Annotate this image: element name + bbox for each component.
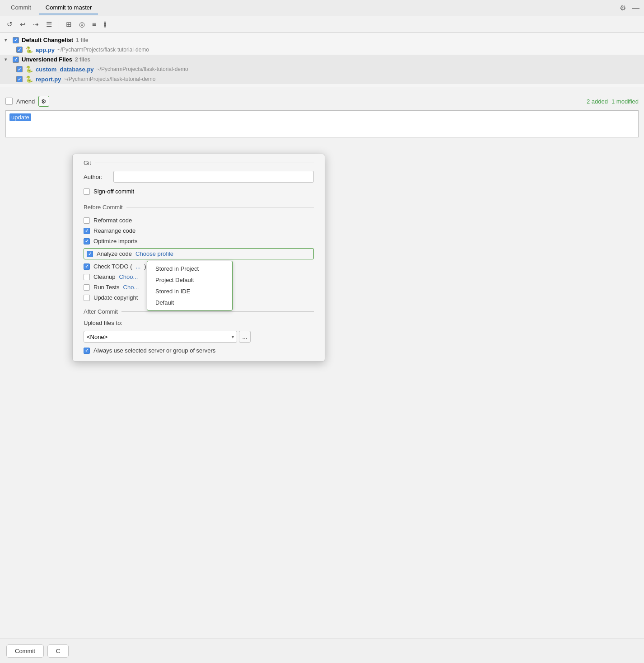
update-copyright-label: Update copyright [93, 294, 138, 301]
commit-message-text: update [9, 113, 31, 121]
cleanup-link[interactable]: Choo... [119, 273, 138, 280]
cancel-button[interactable]: C [47, 644, 69, 658]
analyze-code-row: Analyze code Choose profile [84, 248, 314, 259]
file-row-report[interactable]: 🐍 report.py ~/PycharmProjects/flask-tuto… [0, 74, 644, 84]
choose-profile-link[interactable]: Choose profile [135, 250, 173, 257]
reformat-label: Reformat code [93, 217, 132, 224]
dropdown-project-default[interactable]: Project Default [147, 274, 232, 286]
reformat-checkbox[interactable] [84, 217, 90, 224]
view-button[interactable]: ◎ [77, 19, 87, 30]
check-todo-label: Check TODO ( [93, 263, 132, 270]
minimize-icon[interactable]: — [632, 4, 639, 12]
report-path: ~/PycharmProjects/flask-tutorial-demo [64, 76, 155, 82]
grid-button[interactable]: ⊞ [64, 19, 74, 30]
analyze-checkbox[interactable] [87, 251, 93, 257]
filter-button[interactable]: ≡ [90, 19, 98, 30]
dropdown-stored-in-ide[interactable]: Stored in IDE [147, 286, 232, 297]
report-checkbox[interactable] [16, 76, 23, 82]
sign-off-row: Sign-off commit [84, 188, 314, 195]
reformat-code-row: Reformat code [84, 215, 314, 226]
author-label: Author: [84, 174, 109, 180]
commit-gear-icon: ⚙ [41, 98, 47, 105]
python-file-icon: 🐍 [25, 46, 33, 53]
author-row: Author: [84, 171, 314, 183]
ellipsis-button[interactable]: ... [239, 331, 251, 343]
report-name: report.py [36, 76, 61, 83]
title-bar: Commit Commit to master ⚙ — [0, 0, 644, 16]
unversioned-checkbox[interactable] [13, 56, 19, 63]
undo-button[interactable]: ↩ [18, 19, 28, 30]
upload-select-value: <None> [87, 334, 107, 340]
list-button[interactable]: ☰ [44, 19, 54, 30]
file-row-custom-database[interactable]: 🐍 custom_database.py ~/PycharmProjects/f… [0, 64, 644, 74]
cleanup-label: Cleanup [93, 273, 115, 280]
tab-commit[interactable]: Commit [5, 1, 37, 14]
commit-button[interactable]: Commit [6, 644, 44, 658]
settings-dialog: Git Author: Sign-off commit Before Commi… [72, 154, 325, 362]
custom-db-path: ~/PycharmProjects/flask-tutorial-demo [97, 66, 188, 72]
unversioned-label: Unversioned Files [22, 56, 72, 63]
update-copyright-checkbox[interactable] [84, 295, 90, 301]
default-changelist-count: 1 file [76, 37, 88, 43]
commit-settings-button[interactable]: ⚙ [38, 96, 49, 107]
main-window: Commit Commit to master ⚙ — ↺ ↩ ⇢ ☰ ⊞ ◎ … [0, 0, 644, 663]
custom-db-name: custom_database.py [36, 66, 94, 73]
git-section-title: Git [84, 160, 314, 166]
analyze-code-container: Analyze code Choose profile Stored in Pr… [84, 248, 314, 259]
sort-button[interactable]: ≬ [101, 19, 109, 30]
upload-row: Upload files to: [84, 320, 314, 326]
commit-message-area[interactable]: update [5, 110, 639, 137]
unversioned-count: 2 files [75, 56, 90, 63]
upload-select[interactable]: <None> ▾ [84, 331, 237, 343]
bottom-bar: Commit C [0, 639, 644, 663]
optimize-imports-row: Optimize imports [84, 236, 314, 246]
select-container: <None> ▾ ... [84, 331, 314, 343]
check-todo-link[interactable]: ... [135, 263, 140, 270]
cleanup-checkbox[interactable] [84, 274, 90, 280]
select-arrow-icon: ▾ [232, 334, 234, 339]
gear-icon[interactable]: ⚙ [620, 4, 626, 12]
status-added: 2 added [587, 98, 608, 105]
unversioned-chevron: ▾ [5, 57, 10, 62]
dropdown-default[interactable]: Default [147, 297, 232, 308]
git-section: Git Author: Sign-off commit [73, 154, 325, 195]
analyze-label: Analyze code [97, 250, 132, 257]
toolbar: ↺ ↩ ⇢ ☰ ⊞ ◎ ≡ ≬ [0, 16, 644, 33]
tab-commit-to-master[interactable]: Commit to master [39, 1, 98, 14]
upload-label: Upload files to: [84, 320, 122, 326]
refresh-button[interactable]: ↺ [5, 19, 15, 30]
check-todo-checkbox[interactable] [84, 263, 90, 270]
optimize-label: Optimize imports [93, 238, 138, 245]
file-row-app-py[interactable]: 🐍 app.py ~/PycharmProjects/flask-tutoria… [0, 45, 644, 55]
jump-button[interactable]: ⇢ [31, 19, 41, 30]
app-py-path: ~/PycharmProjects/flask-tutorial-demo [57, 47, 149, 53]
before-commit-section: Before Commit Reformat code Rearrange co… [73, 198, 325, 303]
sign-off-label: Sign-off commit [93, 188, 134, 195]
commit-section: Amend ⚙ 2 added 1 modified update [0, 87, 644, 140]
default-changelist-checkbox[interactable] [13, 37, 19, 43]
before-commit-title: Before Commit [84, 204, 314, 211]
rearrange-checkbox[interactable] [84, 228, 90, 234]
rearrange-code-row: Rearrange code [84, 226, 314, 236]
optimize-checkbox[interactable] [84, 238, 90, 245]
status-modified: 1 modified [611, 98, 639, 105]
check-todo-close: ) [144, 263, 146, 270]
custom-db-checkbox[interactable] [16, 66, 23, 72]
file-tree: ▾ Default Changelist 1 file 🐍 app.py ~/P… [0, 33, 644, 87]
run-tests-checkbox[interactable] [84, 284, 90, 291]
author-input[interactable] [113, 171, 314, 183]
default-changelist-label: Default Changelist [22, 37, 73, 43]
amend-label: Amend [16, 98, 35, 105]
profile-dropdown: Stored in Project Project Default Stored… [147, 261, 233, 310]
run-tests-label: Run Tests [93, 284, 120, 291]
default-changelist-row[interactable]: ▾ Default Changelist 1 file [0, 35, 644, 45]
amend-checkbox[interactable] [5, 98, 13, 105]
always-use-checkbox[interactable] [84, 348, 90, 354]
sign-off-checkbox[interactable] [84, 188, 90, 195]
app-py-checkbox[interactable] [16, 47, 23, 53]
run-tests-link[interactable]: Cho... [123, 284, 139, 291]
custom-db-icon: 🐍 [25, 66, 33, 73]
dropdown-stored-in-project[interactable]: Stored in Project [147, 263, 232, 274]
changelist-chevron: ▾ [5, 38, 10, 42]
unversioned-changelist-row[interactable]: ▾ Unversioned Files 2 files [0, 55, 644, 64]
